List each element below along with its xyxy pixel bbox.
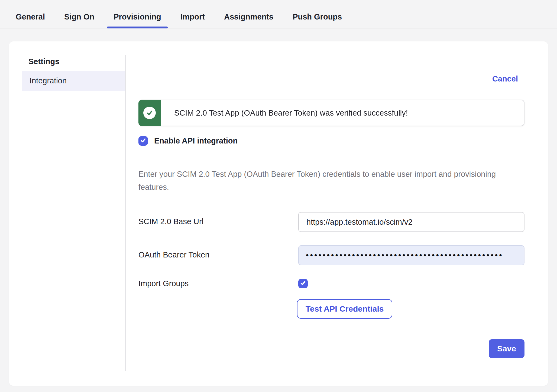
check-circle-icon xyxy=(143,107,156,119)
enable-api-integration-checkbox[interactable] xyxy=(138,136,148,146)
tab-assignments[interactable]: Assignments xyxy=(224,12,273,28)
save-button[interactable]: Save xyxy=(489,339,524,358)
sidebar-heading: Settings xyxy=(28,57,59,66)
test-api-credentials-button[interactable]: Test API Credentials xyxy=(297,299,392,319)
tab-sign-on[interactable]: Sign On xyxy=(64,12,94,28)
scim-base-url-input[interactable] xyxy=(298,212,524,232)
sidebar-divider xyxy=(125,55,126,371)
integration-settings-panel: Cancel SCIM 2.0 Test App (OAuth Bearer T… xyxy=(138,41,524,386)
settings-card: Settings Integration Cancel SCIM 2.0 Tes… xyxy=(9,41,548,386)
credentials-description: Enter your SCIM 2.0 Test App (OAuth Bear… xyxy=(138,168,524,194)
sidebar-item-integration[interactable]: Integration xyxy=(22,71,125,91)
scim-base-url-label: SCIM 2.0 Base Url xyxy=(138,217,203,226)
oauth-bearer-token-label: OAuth Bearer Token xyxy=(138,250,209,259)
check-icon xyxy=(140,137,146,145)
success-banner-message: SCIM 2.0 Test App (OAuth Bearer Token) w… xyxy=(161,100,524,126)
tab-import[interactable]: Import xyxy=(180,12,205,28)
oauth-bearer-token-input[interactable] xyxy=(298,245,524,265)
enable-api-integration-label: Enable API integration xyxy=(154,136,238,145)
cancel-link[interactable]: Cancel xyxy=(492,74,518,83)
provisioning-page: General Sign On Provisioning Import Assi… xyxy=(0,0,557,392)
sidebar-item-label: Integration xyxy=(30,76,67,85)
tab-provisioning[interactable]: Provisioning xyxy=(114,12,161,28)
success-banner: SCIM 2.0 Test App (OAuth Bearer Token) w… xyxy=(138,100,524,126)
tab-push-groups[interactable]: Push Groups xyxy=(293,12,342,28)
enable-api-integration-row: Enable API integration xyxy=(138,136,238,146)
check-icon xyxy=(300,280,306,287)
success-banner-icon-block xyxy=(138,100,161,126)
import-groups-checkbox[interactable] xyxy=(298,279,308,288)
app-tab-bar: General Sign On Provisioning Import Assi… xyxy=(0,0,557,28)
tab-general[interactable]: General xyxy=(16,12,45,28)
import-groups-label: Import Groups xyxy=(138,279,189,288)
